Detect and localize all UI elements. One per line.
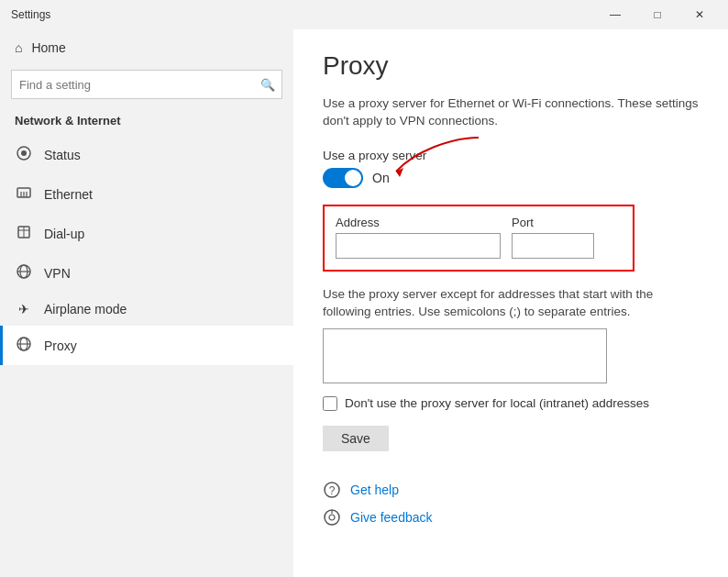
proxy-icon: [15, 335, 33, 356]
home-icon: ⌂: [15, 40, 22, 55]
sidebar-search-container: 🔍: [11, 70, 282, 99]
minimize-button[interactable]: —: [594, 0, 636, 29]
sidebar-section-title: Network & Internet: [0, 110, 293, 135]
toggle-knob: [345, 170, 361, 186]
toggle-label: On: [372, 171, 390, 185]
sidebar-item-airplane-label: Airplane mode: [44, 302, 127, 316]
window: Settings — □ ✕ ⌂ Home 🔍 Network & Intern…: [0, 0, 728, 577]
sidebar-item-status[interactable]: Status: [0, 135, 293, 174]
page-title: Proxy: [323, 51, 699, 81]
port-input[interactable]: [512, 233, 594, 259]
sidebar-item-ethernet[interactable]: Ethernet: [0, 174, 293, 214]
sidebar-item-dialup-label: Dial-up: [44, 227, 84, 241]
sidebar-home[interactable]: ⌂ Home: [0, 29, 293, 66]
airplane-icon: ✈: [15, 302, 33, 316]
sidebar: ⌂ Home 🔍 Network & Internet Status Ether…: [0, 29, 293, 577]
address-input[interactable]: [336, 233, 501, 259]
sidebar-item-proxy[interactable]: Proxy: [0, 326, 293, 365]
sidebar-item-status-label: Status: [44, 148, 81, 162]
proxy-description: Use a proxy server for Ethernet or Wi-Fi…: [323, 95, 699, 130]
svg-point-1: [21, 150, 27, 156]
search-icon: 🔍: [260, 78, 275, 92]
port-field-group: Port: [512, 216, 594, 259]
port-label: Port: [512, 216, 594, 229]
sidebar-item-ethernet-label: Ethernet: [44, 187, 93, 202]
help-links: ? Get help Give feedback: [323, 481, 699, 527]
exceptions-textarea[interactable]: [323, 328, 607, 383]
get-help-icon: ?: [323, 481, 341, 499]
main-panel: Proxy Use a proxy server for Ethernet or…: [293, 29, 728, 577]
sidebar-item-proxy-label: Proxy: [44, 338, 77, 353]
address-field-group: Address: [336, 216, 501, 259]
ethernet-icon: [15, 183, 33, 205]
intranet-checkbox-label: Don't use the proxy server for local (in…: [345, 396, 649, 410]
proxy-toggle[interactable]: [323, 168, 363, 188]
sidebar-item-vpn[interactable]: VPN: [0, 253, 293, 293]
sidebar-item-dialup[interactable]: Dial-up: [0, 214, 293, 253]
give-feedback-icon: [323, 508, 341, 527]
checkbox-row: Don't use the proxy server for local (in…: [323, 396, 699, 411]
get-help-link[interactable]: Get help: [350, 483, 399, 497]
toggle-row: On: [323, 168, 699, 188]
main-content: ⌂ Home 🔍 Network & Internet Status Ether…: [0, 29, 728, 577]
titlebar: Settings — □ ✕: [0, 0, 728, 29]
sidebar-item-airplane[interactable]: ✈ Airplane mode: [0, 293, 293, 326]
sidebar-item-vpn-label: VPN: [44, 266, 71, 281]
proxy-server-label: Use a proxy server: [323, 149, 699, 162]
address-label: Address: [336, 216, 501, 229]
give-feedback-item[interactable]: Give feedback: [323, 508, 699, 527]
svg-text:?: ?: [329, 484, 336, 497]
app-title: Settings: [11, 8, 50, 21]
dialup-icon: [15, 223, 33, 244]
status-icon: [15, 144, 33, 165]
close-button[interactable]: ✕: [678, 0, 721, 29]
home-label: Home: [31, 40, 65, 55]
address-port-row: Address Port: [336, 216, 622, 259]
get-help-item[interactable]: ? Get help: [323, 481, 699, 499]
save-button[interactable]: Save: [323, 426, 389, 451]
svg-point-19: [329, 515, 335, 520]
intranet-checkbox[interactable]: [323, 396, 337, 411]
search-input[interactable]: [11, 70, 282, 99]
window-controls: — □ ✕: [594, 0, 721, 29]
exceptions-label: Use the proxy server except for addresse…: [323, 286, 699, 321]
vpn-icon: [15, 262, 33, 283]
address-port-box: Address Port: [323, 205, 634, 272]
maximize-button[interactable]: □: [636, 0, 678, 29]
give-feedback-link[interactable]: Give feedback: [350, 510, 433, 525]
